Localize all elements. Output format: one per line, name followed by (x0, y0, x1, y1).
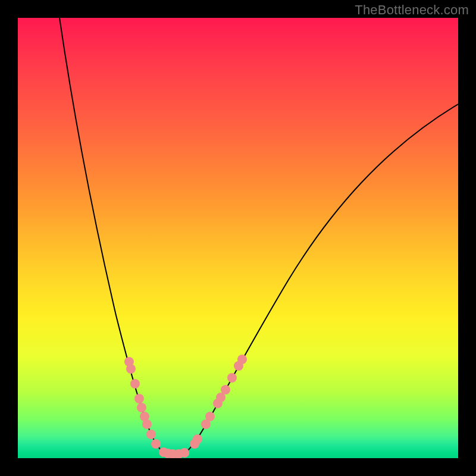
data-point (134, 394, 144, 403)
chart-container: TheBottleneck.com (0, 0, 476, 476)
right-curve (184, 104, 458, 453)
dots-group (124, 355, 247, 458)
data-point (221, 385, 230, 394)
data-point (237, 355, 247, 364)
data-point (142, 419, 152, 429)
data-point (151, 439, 161, 449)
plot-area (18, 18, 458, 458)
data-point (126, 364, 136, 374)
data-point (205, 412, 215, 421)
watermark-text: TheBottleneck.com (355, 2, 469, 18)
data-point (180, 448, 189, 458)
chart-svg (18, 18, 458, 458)
data-point (130, 379, 140, 389)
data-point (137, 403, 146, 412)
data-point (227, 373, 237, 383)
data-point (146, 430, 156, 439)
data-point (193, 434, 202, 444)
left-curve (60, 18, 164, 453)
